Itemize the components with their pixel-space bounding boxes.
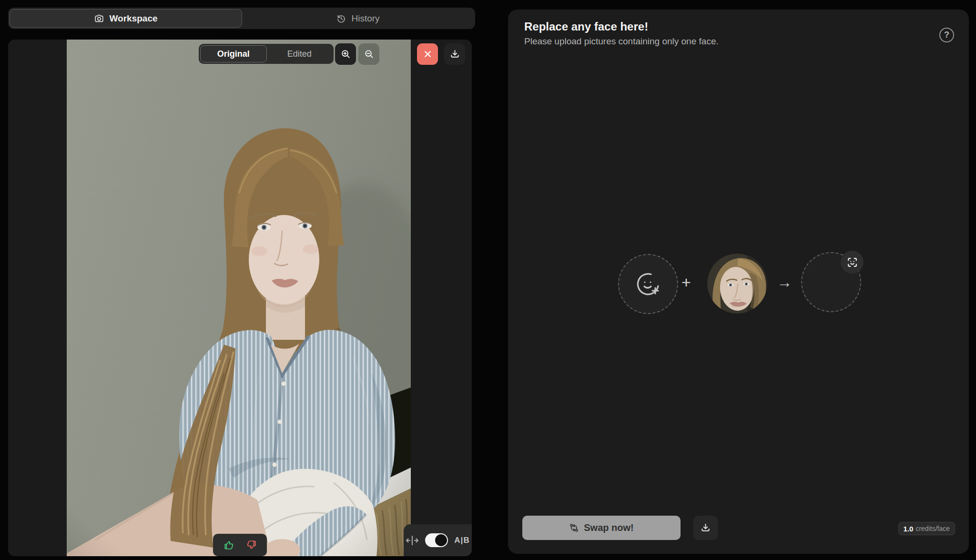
- thumbs-down-icon[interactable]: [246, 540, 257, 550]
- ab-toggle-knob: [435, 534, 447, 546]
- panel-title: Replace any face here!: [524, 20, 648, 33]
- ab-toggle[interactable]: [425, 533, 448, 547]
- camera-icon: [94, 13, 104, 24]
- zoom-in-button[interactable]: [335, 43, 356, 65]
- original-edited-segmented: Original Edited: [199, 44, 334, 64]
- face-thumbnail-image: [707, 254, 767, 314]
- segmented-option-edited[interactable]: Edited: [267, 45, 333, 62]
- feedback-tooltip: [213, 534, 267, 556]
- ab-label: A|B: [454, 536, 469, 545]
- ab-compare-panel: A|B: [404, 524, 472, 556]
- zoom-in-icon: [340, 49, 351, 60]
- plus-glyph: +: [681, 273, 691, 292]
- tab-workspace[interactable]: Workspace: [10, 9, 242, 28]
- thumbs-up-icon[interactable]: [224, 540, 234, 550]
- zoom-out-button[interactable]: [358, 43, 379, 65]
- face-scan-button[interactable]: [841, 251, 864, 274]
- upload-face-dropzone[interactable]: [618, 254, 678, 314]
- detected-face-thumbnail[interactable]: [707, 254, 767, 314]
- workspace-panel: Original Edited A|B: [8, 40, 472, 556]
- swap-icon: [569, 523, 579, 533]
- panel-subtitle: Please upload pictures containing only o…: [524, 36, 719, 47]
- face-swap-panel: Replace any face here! Please upload pic…: [508, 10, 969, 554]
- tab-workspace-label: Workspace: [109, 13, 157, 24]
- swap-now-button[interactable]: Swap now!: [522, 516, 681, 540]
- close-icon: [422, 49, 433, 60]
- compare-slider-icon[interactable]: [406, 535, 419, 546]
- segmented-option-original[interactable]: Original: [200, 45, 267, 62]
- download-result-button[interactable]: [693, 516, 718, 540]
- arrow-glyph: →: [777, 274, 792, 291]
- credits-value: 1.0: [904, 525, 914, 533]
- credits-unit: credits/face: [915, 525, 950, 532]
- tab-history[interactable]: History: [242, 9, 474, 28]
- download-icon: [449, 49, 460, 60]
- help-glyph: ?: [944, 30, 949, 40]
- face-scan-icon: [846, 256, 858, 268]
- top-tab-bar: Workspace History: [8, 8, 475, 29]
- download-icon: [700, 522, 711, 533]
- tab-history-label: History: [351, 13, 379, 24]
- close-image-button[interactable]: [417, 43, 438, 65]
- help-button[interactable]: ?: [939, 28, 954, 42]
- photo-original: [67, 40, 411, 556]
- credits-badge: 1.0 credits/face: [898, 522, 955, 535]
- zoom-out-icon: [364, 49, 375, 60]
- download-image-button[interactable]: [444, 43, 465, 65]
- add-face-icon: [635, 271, 661, 297]
- swap-now-label: Swap now!: [584, 522, 633, 533]
- history-icon: [336, 13, 346, 24]
